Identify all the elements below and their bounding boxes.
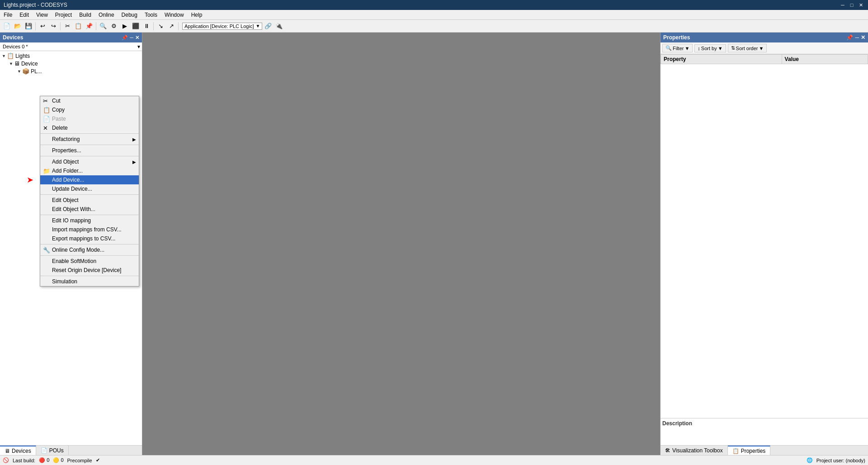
toolbar-btn3[interactable]: ▶	[120, 21, 130, 31]
sort-by-btn[interactable]: ↕ Sort by ▼	[694, 44, 726, 52]
left-panel-controls[interactable]: 📌 ─ ✕	[122, 35, 139, 41]
toolbar-connect[interactable]: 🔗	[263, 21, 273, 31]
ctx-delete[interactable]: ✕ Delete	[40, 123, 139, 132]
ctx-add-object-label: Add Object	[52, 159, 79, 165]
tree-item-pl[interactable]: ▼ 📦 PL...	[1, 67, 141, 75]
ctx-delete-label: Delete	[52, 125, 68, 131]
title-bar-controls[interactable]: ─ □ ✕	[839, 1, 864, 9]
ctx-sep2	[40, 145, 139, 145]
left-close-btn[interactable]: ✕	[135, 35, 139, 41]
tab-pous[interactable]: 📄 POUs	[36, 446, 69, 455]
sort-order-btn[interactable]: ⇅ Sort order ▼	[728, 44, 767, 52]
pl-icon: 📦	[22, 68, 29, 75]
lights-icon: 📋	[7, 52, 14, 59]
toolbar-open[interactable]: 📂	[13, 21, 23, 31]
tree-dropdown[interactable]: ▼	[137, 44, 141, 49]
left-pin-btn[interactable]: 📌	[122, 35, 128, 41]
ctx-sep6	[40, 244, 139, 244]
right-panel-controls[interactable]: 📌 ─ ✕	[846, 34, 865, 41]
ctx-sep5	[40, 215, 139, 215]
filter-icon: 🔍	[665, 45, 672, 51]
maximize-btn[interactable]: □	[848, 1, 855, 9]
minimize-btn[interactable]: ─	[839, 1, 846, 9]
right-pin-btn[interactable]: 📌	[846, 34, 853, 41]
menu-debug[interactable]: Debug	[118, 11, 141, 19]
tab-devices[interactable]: 🖥 Devices	[0, 446, 36, 455]
ctx-add-device[interactable]: ➤ Add Device...	[40, 175, 139, 184]
tree-item-device[interactable]: ▼ 🖥 Device	[1, 60, 141, 67]
menu-online[interactable]: Online	[95, 11, 118, 19]
add-object-arrow: ▶	[132, 160, 136, 164]
toolbar-btn2[interactable]: ⚙	[109, 21, 119, 31]
menu-window[interactable]: Window	[161, 11, 188, 19]
toolbar-redo[interactable]: ↪	[48, 21, 58, 31]
ctx-online-config-mode[interactable]: 🔧 Online Config Mode...	[40, 245, 139, 254]
tab-viz-toolbox[interactable]: 🛠 Visualization Toolbox	[660, 446, 728, 455]
menu-project[interactable]: Project	[52, 11, 75, 19]
menu-help[interactable]: Help	[188, 11, 206, 19]
tree-item-lights[interactable]: ▼ 📋 Lights	[1, 52, 141, 60]
app-selector[interactable]: Application [Device: PLC Logic] ▼	[182, 23, 262, 30]
ctx-import-mappings-label: Import mappings from CSV...	[52, 226, 122, 233]
close-btn[interactable]: ✕	[857, 1, 864, 9]
tab-properties[interactable]: 📋 Properties	[728, 446, 771, 455]
ctx-reset-origin-device[interactable]: Reset Origin Device [Device]	[40, 266, 139, 275]
ctx-cut[interactable]: ✂ Cut	[40, 96, 139, 105]
toolbar-cut[interactable]: ✂	[62, 21, 72, 31]
ctx-refactoring[interactable]: Refactoring ▶	[40, 135, 139, 144]
properties-table: Property Value	[660, 54, 868, 64]
toolbar-undo[interactable]: ↩	[38, 21, 47, 31]
properties-tab-icon: 📋	[732, 448, 739, 454]
menu-build[interactable]: Build	[75, 11, 95, 19]
right-minimize-btn[interactable]: ─	[855, 34, 859, 41]
toolbar-disconnect[interactable]: 🔌	[274, 21, 284, 31]
ctx-enable-softmotion[interactable]: Enable SoftMotion	[40, 257, 139, 266]
ctx-add-folder[interactable]: 📁 Add Folder...	[40, 166, 139, 175]
menu-edit[interactable]: Edit	[16, 11, 33, 19]
ctx-edit-object[interactable]: Edit Object	[40, 196, 139, 205]
prop-col-value: Value	[782, 55, 868, 64]
menu-tools[interactable]: Tools	[141, 11, 161, 19]
copy-icon: 📋	[43, 107, 50, 113]
toolbar-btn6[interactable]: ↘	[156, 21, 165, 31]
ctx-add-object[interactable]: Add Object ▶	[40, 157, 139, 166]
toolbar-btn7[interactable]: ↗	[166, 21, 176, 31]
toolbar-btn5[interactable]: ⏸	[142, 21, 151, 31]
menu-file[interactable]: File	[0, 11, 16, 19]
toolbar-new[interactable]: 📄	[2, 21, 12, 31]
ctx-copy[interactable]: 📋 Copy	[40, 105, 139, 114]
toolbar-copy[interactable]: 📋	[73, 21, 83, 31]
ctx-edit-object-label: Edit Object	[52, 197, 79, 203]
ctx-properties[interactable]: Properties...	[40, 146, 139, 155]
sort-order-icon: ⇅	[731, 45, 735, 51]
ctx-edit-object-with[interactable]: Edit Object With...	[40, 205, 139, 214]
toolbar-btn1[interactable]: 🔍	[98, 21, 108, 31]
ctx-export-mappings-label: Export mappings to CSV...	[52, 235, 115, 242]
properties-toolbar: 🔍 Filter ▼ ↕ Sort by ▼ ⇅ Sort order ▼	[660, 42, 868, 54]
menu-view[interactable]: View	[33, 11, 52, 19]
filter-btn[interactable]: 🔍 Filter ▼	[662, 44, 693, 52]
status-network-icon: 🌐	[807, 457, 813, 463]
right-close-btn[interactable]: ✕	[861, 34, 865, 41]
ctx-reset-origin-label: Reset Origin Device [Device]	[52, 267, 121, 273]
left-minimize-btn[interactable]: ─	[130, 35, 133, 41]
ctx-export-mappings[interactable]: Export mappings to CSV...	[40, 234, 139, 243]
sort-by-label: Sort by	[701, 46, 717, 51]
ctx-edit-io-mapping[interactable]: Edit IO mapping	[40, 216, 139, 225]
ctx-paste: 📄 Paste	[40, 114, 139, 123]
status-left: 🚫 Last build: 🔴 0 🟡 0 Precompile ✔	[3, 457, 100, 463]
description-panel: Description	[660, 418, 868, 445]
ctx-update-device[interactable]: Update Device...	[40, 184, 139, 193]
toolbar-paste[interactable]: 📌	[84, 21, 94, 31]
lights-arrow: ▼	[2, 54, 6, 58]
ctx-sep4	[40, 194, 139, 195]
ctx-import-mappings[interactable]: Import mappings from CSV...	[40, 225, 139, 234]
ctx-sep8	[40, 276, 139, 276]
filter-label: Filter	[673, 46, 684, 51]
toolbar-btn4[interactable]: ⬛	[131, 21, 141, 31]
toolbar-save[interactable]: 💾	[24, 21, 33, 31]
status-project-user: Project user: (nobody)	[816, 458, 865, 463]
ctx-simulation[interactable]: Simulation	[40, 277, 139, 286]
delete-icon: ✕	[43, 125, 48, 132]
status-precompile-check: ✔	[96, 457, 100, 463]
